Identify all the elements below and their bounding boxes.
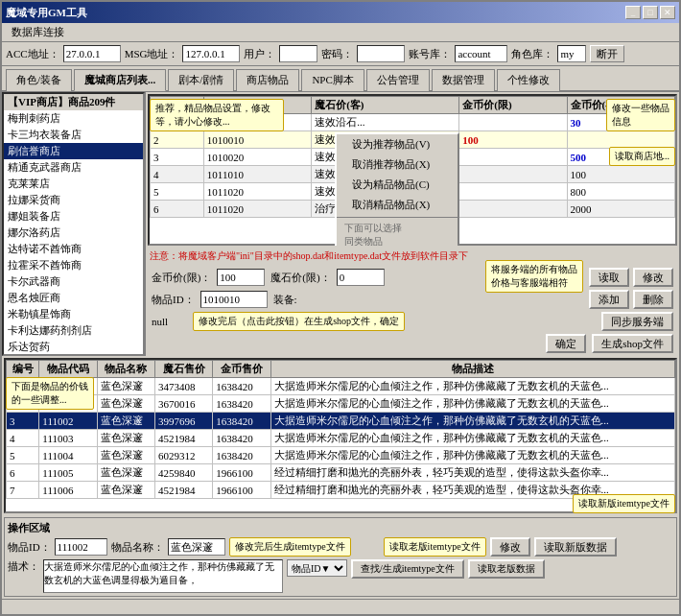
menu-bar: 数据库连接 — [2, 23, 679, 42]
tab-npc[interactable]: NPC脚本 — [301, 69, 364, 91]
tab-shop-items[interactable]: 商店物品 — [236, 69, 299, 91]
ctx-cancel-quality[interactable]: 取消精品物品(X) — [337, 195, 458, 215]
toolbar: ACC地址： MSG地址： 用户： 密码： 账号库： 角色库： 断开 — [2, 42, 679, 66]
bubble-price-adjust: 下面是物品的价钱的一些调整... — [6, 377, 94, 410]
table-row[interactable]: 3111002蓝色深邃39976961638420大据造师米尔儒尼的心血倾注之作… — [7, 413, 675, 430]
confirm-button[interactable]: 确定 — [546, 334, 586, 353]
ops-item-name-input[interactable] — [168, 538, 225, 556]
bubble-sync: 将服务端的所有物品价格与客服端相符 — [485, 260, 583, 293]
shop-item-13[interactable]: 卡利达娜药剂剂店 — [4, 322, 143, 339]
title-bar: 魔域专用GM工具 _ □ ✕ — [2, 2, 679, 23]
close-button[interactable]: ✕ — [660, 6, 675, 19]
ops-desc-input[interactable]: 大据造师米尔儒尼的心血倾注之作，那种仿佛藏藏了无数玄机的大蓝色调显得极为遁目备， — [43, 559, 283, 593]
read-button[interactable]: 读取 — [589, 268, 629, 287]
magic-price-label: 魔石价(限)： — [270, 271, 330, 285]
shop-item-11[interactable]: 恩名烛匠商 — [4, 290, 143, 306]
notice-text: 注意：将魔域客户端"ini"目录中的shop.dat和itemtype.dat文… — [150, 250, 468, 261]
shop-item-5[interactable]: 拉娜采货商 — [4, 192, 143, 208]
window-title: 魔域专用GM工具 — [6, 6, 87, 20]
bt-col-magic: 魔石售价 — [154, 361, 212, 378]
tab-shop-list[interactable]: 魔城商店列表... — [74, 69, 166, 91]
ops-modify-button[interactable]: 修改 — [490, 537, 530, 557]
item-id-label: 物品ID： — [152, 293, 195, 307]
shop-item-12[interactable]: 米勒镇星饰商 — [4, 306, 143, 322]
shop-group-vip[interactable]: 【VIP商店】商品209件 — [4, 94, 143, 110]
ops-item-id-input[interactable] — [55, 538, 107, 556]
bt-col-code: 物品代码 — [39, 361, 97, 378]
maximize-button[interactable]: □ — [643, 6, 658, 19]
shop-item-15[interactable]: 装饰店 — [4, 355, 143, 356]
table-row[interactable]: 4111003蓝色深邃45219841638420大据造师米尔儒尼的心血倾注之作… — [7, 430, 675, 447]
sync-server-button[interactable]: 同步服务端 — [601, 312, 673, 331]
shop-item-6[interactable]: 娜姐装备店 — [4, 208, 143, 225]
acc-label: ACC地址： — [6, 47, 59, 61]
bt-col-id: 编号 — [7, 361, 39, 378]
ops-itemid-dropdown[interactable]: 物品ID▼ — [287, 559, 347, 577]
bt-col-name: 物品名称 — [97, 361, 154, 378]
db-label: 账号库： — [409, 47, 451, 61]
pass-input[interactable] — [357, 45, 405, 62]
tab-personal[interactable]: 个性修改 — [497, 69, 560, 91]
bubble-generate: 修改完后（点击此按钮）在生成shop文件，确定 — [193, 312, 405, 331]
context-menu: 设为推荐物品(V) 取消推荐物品(X) 设为精品物品(C) 取消精品物品(X) … — [335, 132, 459, 246]
table-row[interactable]: 5111004蓝色深邃60293121638420大据造师米尔儒尼的心血倾注之作… — [7, 447, 675, 464]
ops-item-name-label: 物品名称： — [111, 540, 164, 555]
bt-col-desc: 物品描述 — [270, 361, 674, 378]
msg-input[interactable] — [182, 45, 240, 62]
bubble-read-shop: 读取商店地... — [609, 147, 676, 166]
shop-item-8[interactable]: 达特诺不酋饰商 — [4, 241, 143, 257]
magic-price-input[interactable] — [337, 269, 385, 286]
table-row[interactable]: 1111000蓝色深邃34734081638420大据造师米尔儒尼的心血倾注之作… — [7, 378, 675, 395]
role-input[interactable] — [557, 45, 586, 62]
table-row[interactable]: 2111001蓝色深邃36700161638420大据造师米尔儒尼的心血倾注之作… — [7, 395, 675, 413]
bubble-recommend: 推荐，精品物品设置，修改等，请小心修改... — [150, 99, 284, 131]
shop-item-14[interactable]: 乐达贺药 — [4, 339, 143, 355]
main-window: 魔域专用GM工具 _ □ ✕ 数据库连接 ACC地址： MSG地址： 用户： 密… — [0, 0, 681, 616]
ops-read-old-data-button[interactable]: 读取老版数据 — [468, 559, 545, 579]
shop-item-2[interactable]: 刷信誉商店 — [4, 143, 143, 159]
role-label: 角色库： — [511, 47, 553, 61]
add-button[interactable]: 添加 — [589, 290, 629, 309]
db-input[interactable] — [455, 45, 507, 62]
shop-item-10[interactable]: 卡尔武器商 — [4, 273, 143, 290]
tab-drama[interactable]: 剧本/剧情 — [168, 69, 234, 91]
shop-item-1[interactable]: 卡三均衣装备店 — [4, 127, 143, 143]
minimize-button[interactable]: _ — [625, 6, 641, 19]
gold-price-input[interactable] — [217, 269, 265, 286]
ops-label: 操作区域 — [8, 521, 673, 535]
gold-price-label: 金币价(限)： — [152, 271, 211, 285]
bubble-modify-info: 修改一些物品信息 — [606, 99, 675, 131]
shop-item-3[interactable]: 精通克武器商店 — [4, 159, 143, 176]
title-bar-buttons: _ □ ✕ — [625, 6, 675, 19]
ops-read-new-button[interactable]: 读取新版数据 — [534, 537, 617, 557]
acc-input[interactable] — [63, 45, 121, 62]
item-id-input[interactable] — [200, 291, 268, 308]
msg-label: MSG地址： — [125, 47, 179, 61]
modify-button[interactable]: 修改 — [633, 268, 673, 287]
ctx-set-quality[interactable]: 设为精品物品(C) — [337, 175, 458, 195]
ctx-set-recommend[interactable]: 设为推荐物品(V) — [337, 134, 458, 154]
shop-item-7[interactable]: 娜尔洛药店 — [4, 225, 143, 241]
menu-database[interactable]: 数据库连接 — [4, 23, 72, 41]
delete-button[interactable]: 删除 — [633, 290, 673, 309]
bottom-table: 编号 物品代码 物品名称 魔石售价 金币售价 物品描述 1111000蓝色深邃3… — [6, 360, 675, 499]
disconnect-button[interactable]: 断开 — [590, 45, 624, 62]
status-bar — [2, 599, 679, 614]
table-row[interactable]: 6111005蓝色深邃42598401966100经过精细打磨和抛光的亮丽外表，… — [7, 464, 675, 482]
shop-item-9[interactable]: 拉霍采不酋饰商 — [4, 257, 143, 273]
bubble-read-itemtype: 读取新版itemtype文件 — [573, 494, 675, 513]
user-input[interactable] — [279, 45, 317, 62]
ops-search-generate-button[interactable]: 查找/生成itemtype文件 — [351, 559, 464, 579]
null-label: null — [152, 316, 168, 327]
tab-role-equip[interactable]: 角色/装备 — [6, 69, 72, 91]
notice-area: 注意：将魔域客户端"ini"目录中的shop.dat和itemtype.dat文… — [146, 248, 679, 265]
shop-item-4[interactable]: 克莱莱店 — [4, 176, 143, 192]
generate-shop-button[interactable]: 生成shop文件 — [592, 334, 673, 353]
pass-label: 密码： — [321, 47, 353, 61]
bubble-generate-itemtype: 修改完后生成itemtype文件 — [229, 537, 351, 557]
bubble-read-old-itemtype: 读取老版itemtype文件 — [384, 537, 486, 557]
shop-item-0[interactable]: 梅荆刺药店 — [4, 110, 143, 127]
tab-data-mgmt[interactable]: 数据管理 — [432, 69, 495, 91]
ctx-cancel-recommend[interactable]: 取消推荐物品(X) — [337, 154, 458, 175]
tab-notice[interactable]: 公告管理 — [366, 69, 430, 91]
